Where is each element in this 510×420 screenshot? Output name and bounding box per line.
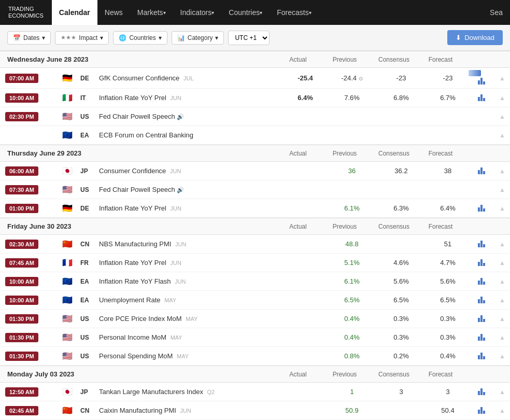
nav-calendar[interactable]: Calendar — [52, 0, 97, 25]
event-chart[interactable] — [469, 314, 494, 324]
event-chart[interactable] — [469, 239, 494, 249]
mini-chart-icon[interactable] — [478, 405, 485, 414]
alert-triangle-icon[interactable]: ▲ — [499, 167, 505, 175]
event-chart[interactable] — [469, 93, 494, 103]
event-name[interactable]: Core PCE Price Index MoM MAY — [96, 315, 282, 323]
event-alert[interactable]: ▲ — [494, 131, 510, 139]
event-name[interactable]: Caixin Manufacturing PMI JUN — [96, 407, 282, 414]
event-name[interactable]: Unemployment Rate MAY — [96, 296, 282, 304]
alert-triangle-icon[interactable]: ▲ — [499, 315, 505, 323]
event-alert[interactable]: ▲ — [494, 259, 510, 267]
event-chart[interactable] — [469, 70, 494, 86]
alert-triangle-icon[interactable]: ▲ — [499, 186, 505, 193]
event-alert[interactable]: ▲ — [494, 186, 510, 193]
alert-triangle-icon[interactable]: ▲ — [499, 132, 505, 139]
download-button[interactable]: ⬇ Download — [447, 30, 503, 45]
event-forecast: 51 — [427, 240, 469, 248]
nav-forecasts[interactable]: Forecasts — [270, 0, 318, 25]
event-chart[interactable] — [469, 387, 494, 397]
event-alert[interactable]: ▲ — [494, 167, 510, 175]
event-previous: 0.4% — [329, 315, 375, 323]
event-chart[interactable] — [469, 332, 494, 342]
event-name[interactable]: Inflation Rate YoY Prel JUN — [96, 259, 282, 267]
event-alert[interactable]: ▲ — [494, 388, 510, 396]
nav-indicators[interactable]: Indicators — [173, 0, 222, 25]
event-alert[interactable]: ▲ — [494, 333, 510, 341]
event-alert[interactable]: ▲ — [494, 94, 510, 102]
event-name[interactable]: Consumer Confidence JUN — [96, 167, 282, 175]
timezone-select[interactable]: UTC +1 UTC UTC -5 — [228, 31, 270, 45]
impact-button[interactable]: ★★★ Impact ▾ — [55, 31, 109, 45]
event-alert[interactable]: ▲ — [494, 315, 510, 323]
event-alert[interactable]: ▲ — [494, 74, 510, 82]
alert-triangle-icon[interactable]: ▲ — [499, 278, 505, 285]
event-time: 07:00 AM — [0, 74, 54, 83]
event-chart[interactable] — [469, 405, 494, 415]
event-period: MAY — [164, 297, 176, 303]
event-alert[interactable]: ▲ — [494, 296, 510, 304]
event-name[interactable]: Inflation Rate YoY Prel JUN — [96, 204, 282, 212]
mini-chart-icon[interactable] — [478, 239, 485, 247]
mini-chart-icon[interactable] — [478, 258, 485, 266]
event-name[interactable]: Personal Spending MoM MAY — [96, 352, 282, 360]
event-name[interactable]: Personal Income MoM MAY — [96, 333, 282, 341]
mini-chart-icon[interactable] — [478, 351, 485, 359]
event-name[interactable]: Fed Chair Powell Speech 🔊 — [96, 113, 282, 120]
event-forecast: 6.4% — [427, 204, 469, 212]
event-name[interactable]: NBS Manufacturing PMI JUN — [96, 240, 282, 248]
alert-triangle-icon[interactable]: ▲ — [499, 113, 505, 120]
event-name[interactable]: ECB Forum on Central Banking — [96, 131, 282, 139]
alert-triangle-icon[interactable]: ▲ — [499, 407, 505, 414]
event-alert[interactable]: ▲ — [494, 277, 510, 285]
category-button[interactable]: 📊 Category ▾ — [172, 31, 224, 45]
event-previous: 36 — [329, 167, 375, 175]
alert-triangle-icon[interactable]: ▲ — [499, 75, 505, 82]
alert-triangle-icon[interactable]: ▲ — [499, 297, 505, 304]
mini-chart-icon[interactable] — [478, 76, 485, 85]
time-badge: 02:45 AM — [5, 406, 38, 415]
download-label: Download — [464, 34, 494, 41]
section-date: Wednesday June 28 2023 — [7, 55, 275, 63]
event-chart[interactable] — [469, 351, 494, 361]
dates-button[interactable]: 📅 Dates ▾ — [7, 31, 51, 45]
time-badge: 12:50 AM — [5, 387, 38, 397]
event-alert[interactable]: ▲ — [494, 352, 510, 360]
mini-chart-icon[interactable] — [478, 276, 485, 285]
countries-button[interactable]: 🌐 Countries ▾ — [113, 31, 167, 45]
mini-chart-icon[interactable] — [478, 166, 485, 174]
alert-triangle-icon[interactable]: ▲ — [499, 388, 505, 396]
nav-countries[interactable]: Countries — [221, 0, 270, 25]
alert-triangle-icon[interactable]: ▲ — [499, 241, 505, 248]
event-name[interactable]: GfK Consumer Confidence JUL — [96, 74, 282, 82]
event-name[interactable]: Inflation Rate YoY Flash JUN — [96, 277, 282, 285]
event-time: 02:45 AM — [0, 406, 54, 415]
event-chart[interactable] — [469, 276, 494, 286]
event-consensus: 6.8% — [375, 94, 427, 102]
event-previous: 6.1% — [329, 277, 375, 285]
event-chart[interactable] — [469, 203, 494, 213]
alert-triangle-icon[interactable]: ▲ — [499, 353, 505, 360]
alert-triangle-icon[interactable]: ▲ — [499, 259, 505, 267]
event-alert[interactable]: ▲ — [494, 113, 510, 120]
mini-chart-icon[interactable] — [478, 314, 485, 322]
event-chart[interactable] — [469, 166, 494, 176]
nav-search[interactable]: Sea — [483, 8, 510, 17]
alert-triangle-icon[interactable]: ▲ — [499, 94, 505, 102]
event-chart[interactable] — [469, 295, 494, 305]
mini-chart-icon[interactable] — [478, 332, 485, 341]
event-name[interactable]: Tankan Large Manufacturers Index Q2 — [96, 388, 282, 396]
mini-chart-icon[interactable] — [478, 295, 485, 303]
alert-triangle-icon[interactable]: ▲ — [499, 205, 505, 212]
event-alert[interactable]: ▲ — [494, 204, 510, 212]
event-chart[interactable] — [469, 258, 494, 268]
event-alert[interactable]: ▲ — [494, 240, 510, 248]
event-name[interactable]: Fed Chair Powell Speech 🔊 — [96, 186, 282, 193]
mini-chart-icon[interactable] — [478, 93, 485, 101]
alert-triangle-icon[interactable]: ▲ — [499, 334, 505, 341]
mini-chart-icon[interactable] — [478, 387, 485, 395]
nav-markets[interactable]: Markets — [130, 0, 173, 25]
nav-news[interactable]: News — [97, 0, 130, 25]
mini-chart-icon[interactable] — [478, 203, 485, 212]
event-alert[interactable]: ▲ — [494, 407, 510, 414]
event-name[interactable]: Inflation Rate YoY Prel JUN — [96, 94, 282, 102]
